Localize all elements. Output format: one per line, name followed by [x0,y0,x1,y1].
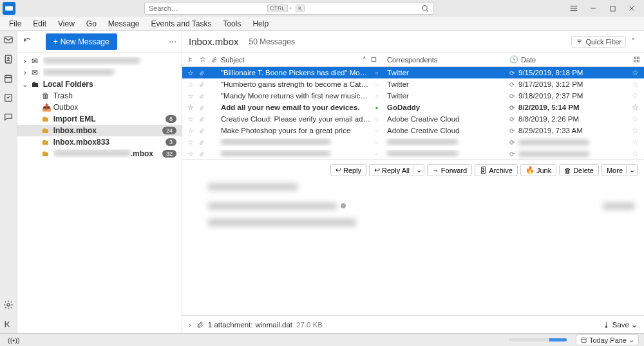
menu-message[interactable]: Message [103,18,145,30]
outbox-row[interactable]: 📤Outbox [17,102,182,113]
date-column[interactable]: 🕓Date [506,55,644,64]
star-col-icon[interactable]: ☆ [200,55,206,64]
inbox-mbox833-row[interactable]: 🖿Inbox.mbox8333 [17,136,182,148]
flag-icon[interactable]: ☆ [632,80,639,89]
menu-events[interactable]: Events and Tasks [146,18,217,30]
flag-icon[interactable]: ☆ [632,103,639,112]
flag-icon[interactable]: ☆ [632,91,639,100]
trash-row[interactable]: 🗑Trash [17,90,182,102]
column-picker-icon[interactable] [633,56,640,63]
star-icon[interactable]: ☆ [187,80,194,89]
svg-rect-24 [637,57,639,59]
correspondents-column[interactable]: Correspondents [383,56,506,64]
star-icon[interactable]: ☆ [187,69,194,77]
message-row[interactable]: ☆Make Photoshop yours for a great price○… [182,125,644,136]
account-row[interactable]: ›✉ [17,55,182,67]
message-correspondent: Twitter [383,69,506,77]
today-pane-button[interactable]: Today Pane⌄ [576,334,639,345]
star-icon[interactable]: ☆ [187,104,194,112]
message-subject: "Humberto gains strength to become a Cat… [216,80,370,88]
get-messages-icon[interactable] [23,37,33,47]
read-status-dot[interactable]: ○ [370,82,383,87]
collapse-rail-icon[interactable] [3,319,14,329]
message-row[interactable]: ☆"Billionaire T. Boone Pickens has died"… [182,67,644,78]
more-button[interactable]: More⌄ [601,164,638,176]
read-col-icon[interactable] [370,56,383,63]
attachment-icon [199,116,205,122]
read-status-dot[interactable]: ○ [370,70,383,76]
menu-view[interactable]: View [53,18,80,30]
reply-button[interactable]: ↩Reply [330,164,366,176]
attachment-icon [199,70,205,76]
read-status-dot[interactable]: ○ [370,93,383,99]
read-status-dot[interactable]: ● [370,105,383,111]
minimize-button[interactable] [583,0,603,17]
message-row[interactable]: ☆Add all your new email to your devices.… [182,102,644,113]
local-folders-row[interactable]: ⌄🖿Local Folders [17,78,182,90]
message-subject: "Billionaire T. Boone Pickens has died" … [216,69,370,77]
message-row[interactable]: ☆○⟳☆ [182,136,644,148]
search-input[interactable] [149,5,265,12]
subject-column[interactable]: Subject˄ [216,56,370,64]
scroll-up-icon[interactable]: ˄ [629,37,638,46]
attachment-bar: › 1 attachment: winmail.dat 27.0 KB ⭳Sav… [182,315,644,333]
inbox-mbox-row[interactable]: 🖿Inbox.mbox24 [17,125,182,136]
hamburger-icon[interactable] [564,0,583,17]
flag-icon[interactable]: ☆ [632,68,639,77]
maximize-button[interactable] [603,0,622,17]
kbd-k: K [296,5,305,12]
settings-icon[interactable] [3,300,14,310]
menu-go[interactable]: Go [81,18,102,30]
attachment-name[interactable]: winmail.dat [256,321,293,329]
folder-icon: 🖿 [42,138,51,147]
star-icon[interactable]: ☆ [187,92,194,100]
search-field[interactable]: CTRL + K [144,2,434,15]
menu-edit[interactable]: Edit [28,18,52,30]
star-icon[interactable]: ☆ [187,127,194,135]
attachment-icon [199,105,205,111]
flag-icon[interactable]: ☆ [632,114,639,123]
titlebar: CTRL + K [0,0,644,17]
import-eml-row[interactable]: 🖿Import EML8 [17,113,182,125]
expand-attachments-icon[interactable]: › [189,321,191,329]
tasks-tab-icon[interactable] [3,93,14,103]
new-message-button[interactable]: +New Message [46,33,117,50]
search-icon[interactable] [421,5,430,13]
svg-rect-12 [5,75,12,82]
svg-point-11 [7,57,9,59]
message-row[interactable]: ☆"Humberto gains strength to become a Ca… [182,78,644,90]
star-icon[interactable]: ☆ [187,115,194,123]
chat-tab-icon[interactable] [3,112,14,122]
connection-icon[interactable]: ((•)) [8,336,20,344]
addressbook-tab-icon[interactable] [3,54,14,64]
account-row[interactable]: ›✉ [17,67,182,78]
archive-button[interactable]: 🗄Archive [475,164,518,176]
message-correspondent: Adobe Creative Cloud [383,127,506,134]
delete-button[interactable]: 🗑Delete [559,164,599,176]
thread-col-icon[interactable] [187,56,194,63]
junk-button[interactable]: 🔥Junk [520,164,556,176]
menu-help[interactable]: Help [247,18,274,30]
message-row[interactable]: ☆"Mandy Moore returns with first new mus… [182,90,644,102]
message-row[interactable]: ☆○⟳☆ [182,148,644,159]
reply-all-button[interactable]: ↩Reply All⌄ [369,164,424,176]
quick-filter-button[interactable]: Quick Filter [571,36,626,48]
blurred-folder-row[interactable]: 🖿.mbox32 [17,148,182,159]
menu-file[interactable]: File [4,18,26,30]
message-row[interactable]: ☆Creative Cloud: Please verify your emai… [182,113,644,125]
calendar-tab-icon[interactable] [3,73,14,84]
forward-button[interactable]: →Forward [427,164,472,176]
mail-tab-icon[interactable] [3,35,14,45]
progress-bar [509,338,567,341]
read-status-dot[interactable]: ○ [370,128,383,134]
mail-account-icon: ✉ [32,68,41,77]
outbox-icon: 📤 [42,103,51,112]
close-button[interactable] [622,0,641,17]
save-attachment-button[interactable]: ⭳Save⌄ [603,320,638,329]
read-status-dot[interactable]: ○ [370,116,383,122]
menu-tools[interactable]: Tools [218,18,246,30]
preview-pane: ↩Reply ↩Reply All⌄ →Forward 🗄Archive 🔥Ju… [182,159,644,333]
flag-icon[interactable]: ☆ [632,126,639,135]
message-date: ⟳9/17/2019, 3:12 PM☆ [506,80,644,89]
folder-pane-options-icon[interactable]: ⋯ [169,37,176,46]
